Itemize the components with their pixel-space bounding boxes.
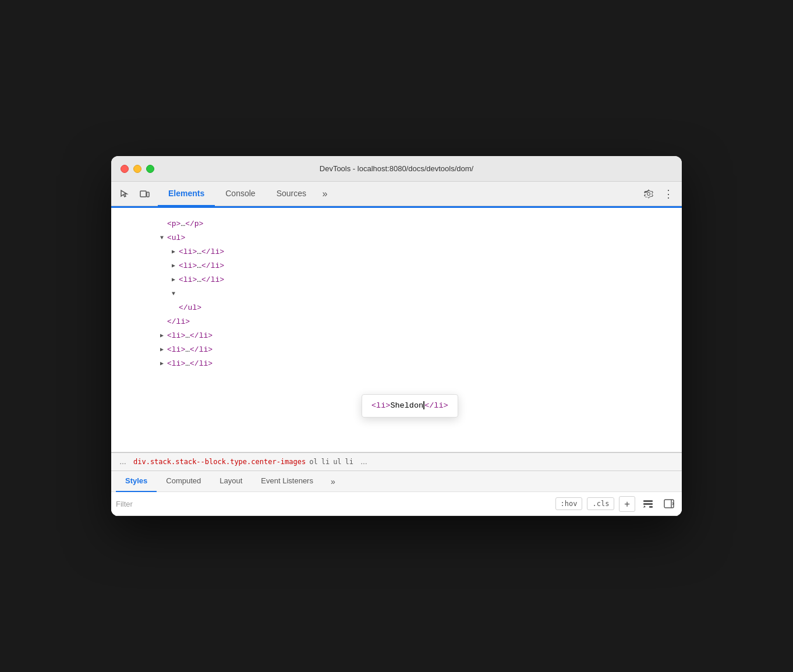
lower-tabs: Styles Computed Layout Event Listeners » bbox=[111, 471, 682, 492]
breadcrumb-bar: … div.stack.stack--block.type.center-ima… bbox=[111, 452, 682, 471]
devtools-tabs: Elements Console Sources » bbox=[158, 182, 640, 206]
dom-line-ul[interactable]: <ul> bbox=[111, 231, 682, 245]
traffic-lights bbox=[121, 165, 154, 173]
dom-line-li-1[interactable]: <li>…</li> bbox=[111, 245, 682, 259]
close-button[interactable] bbox=[121, 165, 129, 173]
dom-line-li-3[interactable]: <li>…</li> bbox=[111, 273, 682, 287]
more-tabs-button[interactable]: » bbox=[317, 186, 333, 202]
breadcrumb-div[interactable]: div.stack.stack--block.type.center-image… bbox=[133, 458, 306, 466]
arrow-li-3[interactable] bbox=[169, 274, 178, 287]
toolbar-right-actions: ⋮ bbox=[640, 185, 677, 203]
cls-button[interactable]: .cls bbox=[587, 497, 614, 510]
filter-bar: :hov .cls + bbox=[111, 492, 682, 516]
dom-line-li-2[interactable]: <li>…</li> bbox=[111, 259, 682, 273]
dom-line-li-outer-2[interactable]: <li>…</li> bbox=[111, 343, 682, 357]
lower-panel: Styles Computed Layout Event Listeners »… bbox=[111, 471, 682, 516]
elements-panel[interactable]: <p>…</p> <ul> <li>…</li> <li>…</li> <li>… bbox=[111, 208, 682, 452]
maximize-button[interactable] bbox=[146, 165, 154, 173]
more-options-button[interactable]: ⋮ bbox=[660, 185, 677, 203]
hov-button[interactable]: :hov bbox=[555, 497, 583, 510]
dom-line-li-sheldon[interactable]: <li>Sheldon</li> bbox=[111, 287, 682, 301]
tab-computed[interactable]: Computed bbox=[157, 471, 210, 492]
breadcrumb-sep-1: ol bbox=[309, 458, 317, 466]
minimize-button[interactable] bbox=[133, 165, 141, 173]
dom-line-ul-close: </ul> bbox=[111, 301, 682, 315]
tab-styles[interactable]: Styles bbox=[116, 471, 157, 492]
dom-tree: <p>…</p> <ul> <li>…</li> <li>…</li> <li>… bbox=[111, 215, 682, 373]
breadcrumb-more[interactable]: … bbox=[357, 457, 371, 467]
svg-rect-4 bbox=[649, 506, 653, 508]
titlebar: DevTools - localhost:8080/docs/devtools/… bbox=[111, 156, 682, 182]
tab-layout[interactable]: Layout bbox=[210, 471, 252, 492]
breadcrumb-sep-2: li bbox=[321, 458, 330, 466]
devtools-toolbar: Elements Console Sources » ⋮ bbox=[111, 182, 682, 206]
tab-event-listeners[interactable]: Event Listeners bbox=[252, 471, 323, 492]
svg-rect-2 bbox=[643, 500, 653, 502]
breadcrumb-dots[interactable]: … bbox=[116, 457, 130, 467]
tab-elements[interactable]: Elements bbox=[158, 182, 215, 206]
svg-rect-3 bbox=[643, 503, 653, 505]
inspect-element-button[interactable] bbox=[116, 185, 133, 203]
arrow-li-outer-1[interactable] bbox=[158, 330, 166, 342]
tab-console[interactable]: Console bbox=[215, 182, 265, 206]
svg-rect-5 bbox=[664, 500, 674, 508]
filter-input[interactable] bbox=[116, 500, 551, 508]
dom-line-li-parent-close: </li> bbox=[111, 315, 682, 329]
device-toggle-button[interactable] bbox=[136, 185, 153, 203]
tab-sources[interactable]: Sources bbox=[266, 182, 317, 206]
element-state-button[interactable] bbox=[640, 496, 656, 512]
breadcrumb-sep-4: li bbox=[345, 458, 353, 466]
settings-button[interactable] bbox=[640, 185, 657, 203]
arrow-li-sheldon[interactable] bbox=[169, 288, 178, 300]
arrow-li-1[interactable] bbox=[169, 246, 178, 259]
window-title: DevTools - localhost:8080/docs/devtools/… bbox=[320, 164, 473, 173]
breadcrumb-sep-3: ul bbox=[333, 458, 341, 466]
arrow-li-2[interactable] bbox=[169, 260, 178, 273]
svg-rect-1 bbox=[147, 192, 149, 197]
dom-line-li-outer-1[interactable]: <li>…</li> bbox=[111, 329, 682, 343]
dom-line-p[interactable]: <p>…</p> bbox=[111, 217, 682, 231]
add-style-rule-button[interactable]: + bbox=[619, 496, 635, 512]
toolbar-icon-group bbox=[116, 185, 153, 203]
arrow-ul[interactable] bbox=[158, 232, 166, 245]
svg-rect-0 bbox=[140, 191, 146, 197]
more-lower-tabs-button[interactable]: » bbox=[325, 473, 341, 490]
arrow-li-outer-3[interactable] bbox=[158, 358, 166, 370]
dom-line-li-outer-3[interactable]: <li>…</li> bbox=[111, 357, 682, 371]
inline-editor[interactable]: <li>Sheldon</li> bbox=[362, 394, 458, 418]
devtools-window: DevTools - localhost:8080/docs/devtools/… bbox=[111, 156, 682, 516]
arrow-li-outer-2[interactable] bbox=[158, 344, 166, 356]
toggle-sidebar-button[interactable] bbox=[661, 496, 677, 512]
